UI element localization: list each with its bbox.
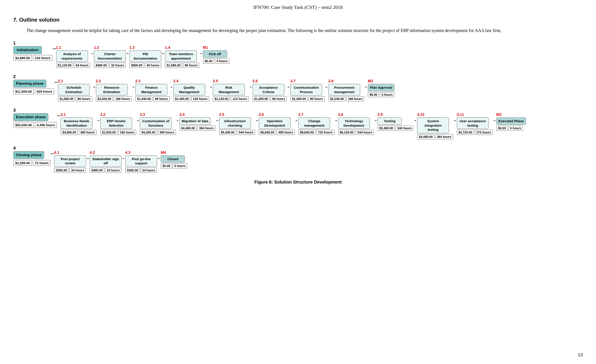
task-separator xyxy=(288,87,289,87)
task-separator xyxy=(335,120,337,121)
task-label-2.4: Quality Management xyxy=(173,84,205,95)
task-group-3.1: 3.1Business Needs Identification$4,800.0… xyxy=(60,112,97,135)
task-group-2.1: 2.1Schedule Estimation$1,000.0080 hours xyxy=(58,79,92,102)
task-label-3.4: Migration of data xyxy=(179,117,211,125)
task-hours-4.2: 24 hours xyxy=(105,168,121,173)
task-separator xyxy=(494,120,495,121)
phase-hours-4: 72 hours xyxy=(33,160,51,166)
task-cost-3.8: $6,120.00 xyxy=(338,130,355,135)
task-label-M1: Kick off xyxy=(203,50,227,58)
task-hours-3.3: 360 hours xyxy=(158,130,176,135)
task-cost-M2: $0.00 xyxy=(368,92,379,97)
task-separator xyxy=(133,87,134,87)
page-number: 13 xyxy=(578,352,583,357)
task-number-2.7: 2.7 xyxy=(290,79,296,83)
task-hours-3.4: 384 hours xyxy=(197,125,216,131)
task-separator xyxy=(87,158,89,159)
task-hours-2.6: 96 hours xyxy=(270,96,287,102)
phase-cost-1: $3,880.00 xyxy=(13,55,32,61)
task-number-2.8: 2.8 xyxy=(328,79,334,83)
task-group-3.4: 3.4Migration of data$4,480.00384 hours xyxy=(179,112,216,131)
task-cost-3.7: $8,640.00 xyxy=(298,130,315,135)
task-group-3.9: 3.9Testing$2,400.00240 hours xyxy=(378,112,413,131)
tasks-area-4: 4.1Post project review$360.0024 hours4.2… xyxy=(54,146,187,173)
task-number-2.3: 2.3 xyxy=(135,79,141,83)
task-group-4.2: 4.2Stakeholder sign off$480.0024 hours xyxy=(90,150,122,173)
task-cost-M1: $0.00 xyxy=(203,58,214,64)
task-cost-2.1: $1,000.00 xyxy=(58,96,75,102)
task-number-3.9: 3.9 xyxy=(378,112,383,117)
phase-label-1: Initialization xyxy=(13,46,42,54)
task-hours-M1: 0 hours xyxy=(215,58,230,64)
task-hours-3.9: 240 hours xyxy=(395,125,413,131)
task-hours-3.11: 272 hours xyxy=(475,130,493,135)
task-separator xyxy=(162,53,164,54)
task-number-3.4: 3.4 xyxy=(179,112,185,117)
task-label-4.2: Stakeholder sign off xyxy=(90,155,122,167)
task-group-2.6: 2.6Acceptance Criteria$1,200.0096 hours xyxy=(253,79,287,102)
task-cost-M3: $0.00 xyxy=(496,125,507,131)
task-number-3.7: 3.7 xyxy=(298,112,304,117)
task-group-1.1: 1.1Analysis of requirements$1,120.0064 h… xyxy=(56,45,90,68)
task-group-2.7: 2.7Communication Process$1,000.0080 hour… xyxy=(290,79,325,102)
task-label-3.10: System integration testing xyxy=(417,117,449,133)
figure-caption: Figure 6: Solution Structure Development xyxy=(13,180,583,185)
task-hours-3.2: 192 hours xyxy=(118,130,136,135)
task-cost-2.5: $1,120.00 xyxy=(213,96,230,102)
task-label-3.1: Business Needs Identification xyxy=(60,117,92,129)
task-cost-3.9: $2,400.00 xyxy=(378,125,395,131)
connector-line xyxy=(57,116,60,116)
task-hours-1.2: 32 hours xyxy=(109,63,126,68)
phase-cost-2: $11,920.00 xyxy=(13,88,34,95)
task-number-1.4: 1.4 xyxy=(165,45,170,50)
task-separator xyxy=(210,87,212,87)
task-hours-M3: 0 hours xyxy=(508,125,523,131)
phase-label-4: Closing phase xyxy=(13,151,44,159)
task-separator xyxy=(200,53,202,54)
task-group-M3: M3Executed Phase$0.000 hours xyxy=(496,112,526,131)
phase-row-2: 2Planning phase$11,920.00920 hours2.1Sch… xyxy=(13,74,583,102)
task-number-M3: M3 xyxy=(496,112,501,117)
task-hours-3.10: 384 hours xyxy=(435,134,453,139)
task-number-2.1: 2.1 xyxy=(58,79,63,83)
task-label-3.5: Infrastructure checking xyxy=(219,117,251,129)
task-label-M4: Closed xyxy=(161,155,185,163)
phase-number-2: 2 xyxy=(13,74,16,79)
task-hours-4.1: 24 hours xyxy=(69,168,86,173)
phase-row-3: 3Execution phase$52,040.004,456 hours3.1… xyxy=(13,108,583,139)
task-cost-3.3: $4,200.00 xyxy=(140,130,157,135)
task-separator xyxy=(97,120,99,121)
task-number-3.5: 3.5 xyxy=(219,112,224,117)
task-number-M4: M4 xyxy=(161,150,166,155)
task-hours-1.3: 40 hours xyxy=(145,63,161,68)
task-group-3.2: 3.2ERP Vendor Selection$1,920.00192 hour… xyxy=(100,112,136,135)
task-cost-3.4: $4,480.00 xyxy=(179,125,197,131)
task-hours-1.1: 64 hours xyxy=(74,63,90,68)
task-separator xyxy=(296,120,297,121)
task-group-2.8: 2.8Procurement management$2,240.00168 ho… xyxy=(328,79,364,102)
task-cost-1.2: $480.00 xyxy=(94,63,109,68)
phase-row-1: 1Initialization$3,880.00232 hours1.1Anal… xyxy=(13,41,583,68)
task-group-M2: M2Plan Approval$0.000 hours xyxy=(368,79,395,97)
phase-label-2: Planning phase xyxy=(13,80,46,87)
task-label-4.1: Post project review xyxy=(54,155,86,167)
task-hours-2.2: 168 hours xyxy=(114,96,132,102)
phase-number-4: 4 xyxy=(13,146,16,151)
task-hours-3.5: 544 hours xyxy=(237,130,255,135)
phase-label-3: Execution phase xyxy=(13,113,48,121)
task-label-3.11: User acceptance testing xyxy=(457,117,489,129)
task-separator xyxy=(250,87,252,87)
phase-hours-2: 920 hours xyxy=(35,88,54,95)
task-number-3.3: 3.3 xyxy=(140,112,145,117)
task-label-M3: Executed Phase xyxy=(496,117,526,125)
task-hours-2.5: 112 hours xyxy=(231,96,249,102)
task-separator xyxy=(365,87,367,87)
task-hours-3.8: 544 hours xyxy=(356,130,374,135)
phase-number-1: 1 xyxy=(13,41,16,46)
phase-row-4: 4Closing phase$1,200.0072 hours4.1Post p… xyxy=(13,146,583,173)
task-cost-4.3: $360.00 xyxy=(125,168,140,173)
task-cost-3.10: $4,480.00 xyxy=(417,134,434,139)
task-label-2.1: Schedule Estimation xyxy=(58,84,90,95)
task-label-1.4: Team members appointment xyxy=(165,50,197,62)
task-hours-2.4: 120 hours xyxy=(191,96,209,102)
